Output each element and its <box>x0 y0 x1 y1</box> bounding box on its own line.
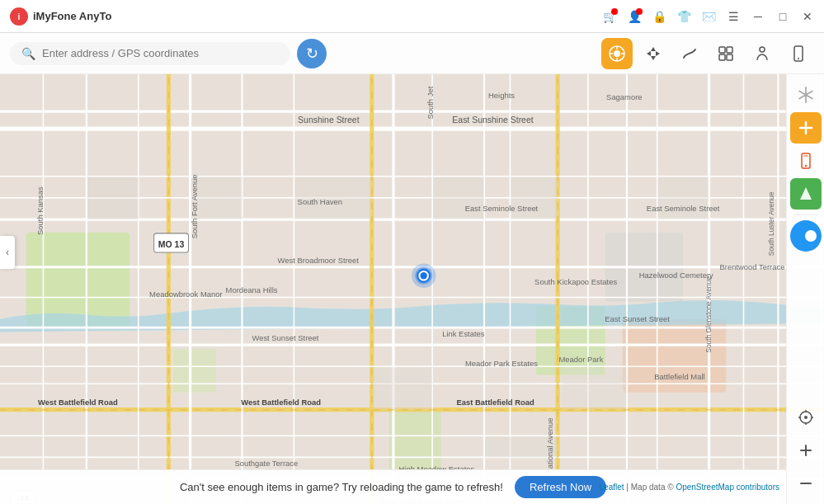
close-button[interactable]: ✕ <box>796 5 819 28</box>
phone-icon-button[interactable] <box>790 145 822 177</box>
zoom-out-button[interactable] <box>790 468 822 499</box>
location-mode-button[interactable] <box>601 38 633 69</box>
svg-text:South Fort Avenue: South Fort Avenue <box>190 174 199 238</box>
svg-text:South Haven: South Haven <box>298 197 342 206</box>
svg-point-12 <box>760 47 765 52</box>
svg-rect-65 <box>658 177 709 219</box>
searchbar: 🔍 ↻ <box>0 33 824 74</box>
maximize-button[interactable]: □ <box>771 5 794 28</box>
svg-text:Hazelwood Cemetery: Hazelwood Cemetery <box>639 271 713 280</box>
svg-point-14 <box>798 58 799 59</box>
app-title: iMyFone AnyTo <box>33 10 111 22</box>
svg-rect-16 <box>26 233 129 327</box>
add-favorite-button[interactable] <box>790 112 822 144</box>
svg-text:East Seminole Street: East Seminole Street <box>465 204 539 213</box>
svg-text:East Battlefield Road: East Battlefield Road <box>457 398 534 407</box>
svg-point-3 <box>614 50 620 57</box>
cart-icon[interactable]: 🛒 <box>598 5 621 28</box>
search-icon: 🔍 <box>21 47 35 60</box>
right-panel <box>786 74 824 504</box>
osm-link[interactable]: OpenStreetMap contributors <box>676 483 779 492</box>
svg-text:South Kickapoo Estates: South Kickapoo Estates <box>534 277 617 286</box>
svg-text:East Seminole Street: East Seminole Street <box>647 204 720 213</box>
toolbar-right <box>601 38 814 69</box>
svg-rect-19 <box>389 410 441 470</box>
svg-rect-63 <box>433 177 484 219</box>
map[interactable]: MO 13 164 Sunshine Street East Sunshine … <box>0 74 824 504</box>
map-attribution: Leaflet | Map data © OpenStreetMap contr… <box>600 483 779 492</box>
refresh-now-button[interactable]: Refresh Now <box>515 476 606 498</box>
toggle-button[interactable] <box>790 220 822 252</box>
svg-text:East Sunshine Street: East Sunshine Street <box>452 115 533 125</box>
svg-rect-64 <box>511 177 558 219</box>
panel-divider <box>793 214 818 215</box>
svg-rect-134 <box>805 445 807 456</box>
person-icon-button[interactable] <box>746 38 778 69</box>
svg-rect-9 <box>727 47 732 53</box>
svg-text:West Battlefield Road: West Battlefield Road <box>241 398 321 407</box>
app-logo: i iMyFone AnyTo <box>0 7 121 26</box>
svg-text:Southgate Terrace: Southgate Terrace <box>234 459 298 468</box>
menu-icon[interactable]: ☰ <box>722 5 745 28</box>
svg-text:West Battlefield Road: West Battlefield Road <box>38 398 118 407</box>
logo-icon: i <box>10 7 28 26</box>
svg-text:i: i <box>18 12 21 21</box>
svg-rect-59 <box>87 177 139 198</box>
shirt-icon[interactable]: 👕 <box>672 5 695 28</box>
svg-text:Meador Park: Meador Park <box>558 355 603 364</box>
pokemon-go-icon-button[interactable] <box>790 178 822 210</box>
svg-rect-11 <box>727 54 732 60</box>
freeze-icon-button[interactable] <box>790 79 822 111</box>
svg-text:South Glenstone Avenue: South Glenstone Avenue <box>704 276 713 353</box>
svg-text:Heights: Heights <box>488 91 515 100</box>
user-badge <box>636 8 643 15</box>
sidebar-toggle-button[interactable]: ‹ <box>0 236 15 269</box>
svg-text:Link Estates: Link Estates <box>442 329 485 338</box>
svg-text:MO 13: MO 13 <box>158 240 185 249</box>
svg-point-118 <box>804 93 808 97</box>
svg-rect-20 <box>173 349 216 392</box>
minimize-button[interactable]: ─ <box>746 5 770 28</box>
search-input[interactable] <box>42 47 279 59</box>
svg-rect-66 <box>373 367 432 409</box>
svg-text:Meador Park Estates: Meador Park Estates <box>465 359 538 368</box>
svg-rect-8 <box>719 47 725 53</box>
svg-rect-60 <box>87 199 139 219</box>
leaflet-link[interactable]: Leaflet <box>600 483 624 492</box>
svg-rect-10 <box>719 54 725 60</box>
multi-spot-button[interactable] <box>710 38 742 69</box>
svg-point-122 <box>804 165 806 167</box>
svg-point-117 <box>420 272 426 279</box>
search-input-wrap: 🔍 <box>10 42 290 65</box>
lock-icon[interactable]: 🔒 <box>647 5 671 28</box>
title-actions: 🛒 👤 🔒 👕 ✉️ ☰ ─ □ ✕ <box>598 5 824 28</box>
move-mode-button[interactable] <box>638 38 669 69</box>
cart-badge <box>611 8 618 15</box>
zoom-in-button[interactable] <box>790 435 822 466</box>
svg-text:South Jet: South Jet <box>426 86 435 119</box>
svg-text:Mordeana Hills: Mordeana Hills <box>226 285 278 294</box>
bottom-notification-bar: Can't see enough items in game? Try relo… <box>0 469 786 504</box>
user-icon[interactable]: 👤 <box>623 5 646 28</box>
svg-text:Battlefield Mall: Battlefield Mall <box>654 372 704 381</box>
refresh-direction-button[interactable]: ↻ <box>297 39 327 68</box>
notification-message: Can't see enough items in game? Try relo… <box>180 481 503 493</box>
svg-point-128 <box>804 416 808 419</box>
mail-icon[interactable]: ✉️ <box>697 5 720 28</box>
svg-rect-135 <box>800 483 812 484</box>
svg-text:Meadowbrook Manor: Meadowbrook Manor <box>149 290 223 299</box>
svg-text:Brentwood Terrace: Brentwood Terrace <box>720 262 785 271</box>
svg-text:South Luster Avenue: South Luster Avenue <box>767 191 775 256</box>
svg-text:South Kansas: South Kansas <box>35 186 45 235</box>
svg-text:West Broadmoor Street: West Broadmoor Street <box>278 256 360 265</box>
svg-text:West Sunset Street: West Sunset Street <box>252 333 318 342</box>
route-mode-button[interactable] <box>674 38 705 69</box>
svg-point-126 <box>805 230 817 242</box>
titlebar: i iMyFone AnyTo 🛒 👤 🔒 👕 ✉️ ☰ ─ □ ✕ <box>0 0 824 33</box>
svg-marker-124 <box>800 187 812 200</box>
svg-text:East Sunset Street: East Sunset Street <box>605 314 670 323</box>
crosshair-button[interactable] <box>790 402 822 433</box>
device-icon-button[interactable] <box>783 38 814 69</box>
svg-rect-68 <box>563 367 627 409</box>
svg-text:Sagamore: Sagamore <box>606 92 642 101</box>
